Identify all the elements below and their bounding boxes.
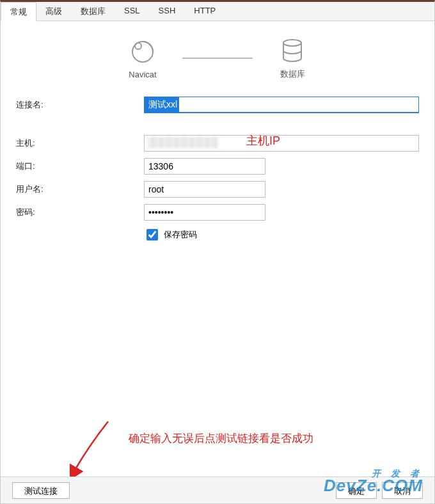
cancel-button[interactable]: 取消 xyxy=(382,482,423,499)
arrow-annotation xyxy=(70,420,115,478)
tab-general[interactable]: 常规 xyxy=(1,2,36,21)
tab-http[interactable]: HTTP xyxy=(185,2,225,20)
connection-form: 连接名: 主机: 主机IP 端口: 用户名: 密码: 保存密码 xyxy=(1,84,434,242)
host-blurred xyxy=(148,137,218,148)
port-input[interactable] xyxy=(144,158,265,175)
tab-advanced[interactable]: 高级 xyxy=(36,2,72,20)
test-connection-button[interactable]: 测试连接 xyxy=(12,482,70,499)
label-user: 用户名: xyxy=(16,184,144,195)
label-save-password: 保存密码 xyxy=(164,229,197,240)
navicat-icon xyxy=(129,38,157,66)
label-port: 端口: xyxy=(16,161,144,172)
diagram-connector xyxy=(182,58,253,59)
label-conn-name: 连接名: xyxy=(16,99,144,111)
label-password: 密码: xyxy=(16,207,144,218)
diagram-right-label: 数据库 xyxy=(280,68,305,80)
svg-point-1 xyxy=(135,43,141,49)
tab-bar: 常规 高级 数据库 SSL SSH HTTP xyxy=(1,2,434,21)
save-password-checkbox[interactable] xyxy=(146,229,158,240)
database-icon xyxy=(278,36,306,65)
annotation-instruction: 确定输入无误后点测试链接看是否成功 xyxy=(129,431,313,446)
diagram-left-label: Navicat xyxy=(129,70,156,79)
conn-name-input[interactable] xyxy=(144,97,419,113)
tab-ssh[interactable]: SSH xyxy=(150,2,186,20)
user-input[interactable] xyxy=(144,181,265,198)
connection-diagram: Navicat 数据库 xyxy=(1,21,434,84)
tab-ssl[interactable]: SSL xyxy=(115,2,150,20)
label-host: 主机: xyxy=(16,138,144,149)
dialog-footer: 测试连接 确定 取消 xyxy=(1,476,434,503)
password-input[interactable] xyxy=(144,204,265,221)
svg-point-2 xyxy=(283,40,301,46)
ok-button[interactable]: 确定 xyxy=(336,482,377,499)
tab-database[interactable]: 数据库 xyxy=(72,2,115,20)
